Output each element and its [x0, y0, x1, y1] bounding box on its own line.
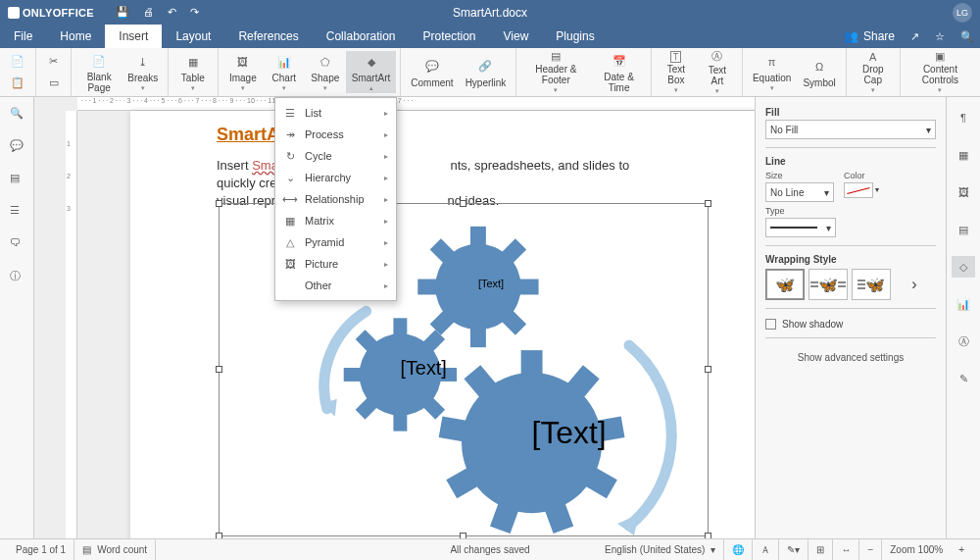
fit-page-button[interactable]: ⊞ — [808, 539, 833, 560]
language-select[interactable]: English (United States)▾ — [597, 539, 724, 560]
smartart-button[interactable]: ◆SmartArt▴ — [346, 51, 396, 93]
line-type-select[interactable]: ▾ — [765, 218, 836, 237]
menu-file[interactable]: File — [0, 25, 46, 48]
wrap-more[interactable]: › — [895, 269, 934, 300]
search-icon[interactable]: 🔍 — [960, 30, 974, 43]
image-button[interactable]: 🖼Image▾ — [222, 51, 264, 93]
tab-chart[interactable]: 📊 — [952, 293, 975, 315]
document-page[interactable]: SmartArt g Insert SmartArt ele nts, spre… — [130, 111, 755, 538]
wrap-inline[interactable]: 🦋 — [765, 269, 805, 300]
zoom-in-button[interactable]: + — [951, 539, 972, 560]
dd-relationship[interactable]: ⟷Relationship▸ — [275, 188, 396, 210]
dd-cycle[interactable]: ↻Cycle▸ — [275, 145, 396, 167]
wrapping-label: Wrapping Style — [765, 254, 936, 265]
zoom-out-button[interactable]: − — [859, 539, 882, 560]
horizontal-ruler[interactable]: · · · 1 · · · 2 · · · 3 · · · 4 · · · 5 … — [77, 97, 755, 111]
tab-signature[interactable]: ✎ — [952, 368, 975, 389]
advanced-settings-link[interactable]: Show advanced settings — [765, 352, 936, 363]
cut-icon[interactable]: ✂ — [47, 55, 61, 69]
vertical-ruler[interactable]: 123 — [66, 111, 77, 538]
tab-table[interactable]: ▦ — [952, 144, 975, 166]
print-icon[interactable]: 🖨 — [143, 6, 154, 19]
save-icon[interactable]: 💾 — [116, 6, 129, 19]
dd-matrix[interactable]: ▦Matrix▸ — [275, 210, 396, 231]
tab-paragraph[interactable]: ¶ — [952, 107, 975, 128]
symbols-group: πEquation▾ ΩSymbol — [743, 48, 847, 96]
tab-image[interactable]: 🖼 — [952, 181, 975, 203]
dd-list[interactable]: ☰List▸ — [275, 102, 396, 124]
gear1-text[interactable]: [Text] — [478, 278, 504, 289]
word-count-button[interactable]: ▤Word count — [74, 539, 156, 560]
menu-home[interactable]: Home — [46, 25, 105, 48]
feedback-icon[interactable]: ⓘ — [10, 269, 24, 283]
menu-plugins[interactable]: Plugins — [542, 25, 608, 48]
track-changes-toggle[interactable]: Ａ — [753, 539, 779, 560]
open-location-icon[interactable]: ↗ — [910, 30, 919, 43]
equation-button[interactable]: πEquation▾ — [747, 51, 797, 93]
dd-picture[interactable]: 🖼Picture▸ — [275, 253, 396, 275]
gear3-text[interactable]: [Text] — [532, 415, 607, 450]
symbol-button[interactable]: ΩSymbol — [797, 51, 841, 93]
share-button[interactable]: 👥Share — [844, 29, 895, 43]
dd-hierarchy[interactable]: ⌄Hierarchy▸ — [275, 167, 396, 188]
menu-view[interactable]: View — [490, 25, 543, 48]
equation-icon: π — [762, 52, 782, 72]
headings-icon[interactable]: ☰ — [10, 204, 24, 219]
line-color-preview[interactable] — [844, 182, 873, 198]
dd-other[interactable]: Other▸ — [275, 275, 396, 296]
dd-pyramid[interactable]: △Pyramid▸ — [275, 231, 396, 253]
menu-insert[interactable]: Insert — [105, 25, 162, 48]
tab-shape[interactable]: ◇ — [952, 256, 975, 278]
redo-icon[interactable]: ↷ — [190, 6, 199, 19]
menu-collaboration[interactable]: Collaboration — [313, 25, 410, 48]
dd-process[interactable]: ↠Process▸ — [275, 124, 396, 145]
blank-page-button[interactable]: 📄Blank Page — [75, 51, 122, 93]
resize-handle-tr[interactable] — [705, 200, 711, 207]
spellcheck-toggle[interactable]: 🌐 — [724, 539, 753, 560]
hyperlink-button[interactable]: 🔗Hyperlink — [460, 51, 513, 93]
select-all-icon[interactable]: ▭ — [47, 76, 61, 89]
menu-protection[interactable]: Protection — [410, 25, 490, 48]
chat-icon[interactable]: 🗨 — [10, 236, 24, 251]
shape-label: Shape — [311, 73, 339, 83]
resize-handle-tm[interactable] — [460, 200, 466, 207]
line-size-select[interactable]: No Line▾ — [765, 182, 834, 202]
menu-references[interactable]: References — [224, 25, 312, 48]
copy-icon[interactable]: 📄 — [11, 55, 24, 69]
text-box-button[interactable]: 🅃Text Box▾ — [656, 51, 697, 93]
content-controls-button[interactable]: ▣Content Controls▾ — [905, 51, 976, 93]
paste-icon[interactable]: 📋 — [11, 76, 24, 89]
find-icon[interactable]: 🔍 — [10, 107, 24, 122]
fit-width-button[interactable]: ↔ — [833, 539, 859, 560]
show-shadow-checkbox[interactable]: Show shadow — [765, 319, 936, 330]
chevron-down-icon[interactable]: ▾ — [875, 185, 879, 194]
navigation-icon[interactable]: ▤ — [10, 172, 24, 186]
undo-icon[interactable]: ↶ — [168, 6, 176, 19]
resize-handle-ml[interactable] — [216, 366, 222, 373]
comment-button[interactable]: 💬Comment — [405, 51, 459, 93]
header-footer-button[interactable]: ▤Header & Footer▾ — [520, 51, 591, 93]
fill-select[interactable]: No Fill▾ — [765, 120, 936, 139]
drop-cap-button[interactable]: ADrop Cap▾ — [851, 51, 896, 93]
zoom-level[interactable]: Zoom 100% — [882, 539, 951, 560]
menu-layout[interactable]: Layout — [162, 25, 224, 48]
chart-button[interactable]: 📊Chart▾ — [264, 51, 305, 93]
text-art-button[interactable]: ⒶText Art▾ — [697, 51, 738, 93]
resize-handle-mr[interactable] — [705, 366, 711, 373]
table-button[interactable]: ▦Table▾ — [172, 51, 214, 93]
breaks-button[interactable]: ⤓Breaks▾ — [122, 51, 164, 93]
tab-textart[interactable]: Ⓐ — [952, 331, 975, 352]
user-avatar[interactable]: LG — [953, 3, 972, 23]
gear2-text[interactable]: [Text] — [400, 357, 447, 379]
shape-button[interactable]: ⬠Shape▾ — [305, 51, 346, 93]
page-indicator[interactable]: Page 1 of 1 — [8, 539, 74, 560]
resize-handle-tl[interactable] — [216, 200, 222, 207]
wrap-square[interactable]: 🦋 — [808, 269, 848, 300]
dropcap-group: ADrop Cap▾ — [847, 48, 901, 96]
favorite-icon[interactable]: ☆ — [935, 30, 945, 43]
tab-header[interactable]: ▤ — [952, 219, 975, 240]
date-time-button[interactable]: 📅Date & Time — [591, 51, 647, 93]
comments-icon[interactable]: 💬 — [10, 139, 24, 154]
wrap-tight[interactable]: 🦋 — [852, 269, 891, 300]
track-dropdown[interactable]: ✎▾ — [779, 539, 808, 560]
